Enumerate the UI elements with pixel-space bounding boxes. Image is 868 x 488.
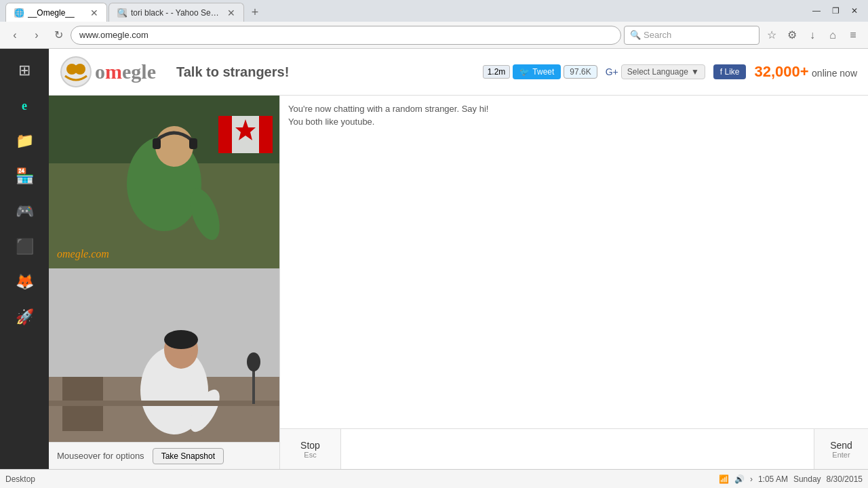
send-shortcut: Enter [832, 451, 850, 459]
tools-icon[interactable]: ⚙ [783, 26, 802, 45]
select-language-button[interactable]: Select Language ▼ [621, 64, 705, 79]
logo-text: omegle [95, 60, 156, 83]
menu-icon[interactable]: ≡ [844, 26, 863, 45]
svg-point-2 [75, 64, 85, 75]
self-figure [49, 268, 279, 442]
tab-title-yahoo: tori black - - Yahoo Searc... [131, 8, 223, 18]
status-day: Sunday [793, 474, 821, 484]
tab-favicon-omegle: 🌐 [14, 8, 24, 18]
stranger-figure [49, 96, 279, 268]
sidebar-icon-folder[interactable]: 📁 [8, 125, 41, 157]
tab-close-omegle[interactable]: ✕ [90, 7, 98, 18]
bookmark-icon[interactable]: ☆ [762, 26, 781, 45]
send-label: Send [830, 440, 852, 451]
svg-rect-10 [218, 116, 232, 153]
stop-button[interactable]: Stop Esc [280, 429, 341, 469]
svg-rect-11 [259, 116, 273, 153]
window-controls: — ❐ ✕ [808, 3, 863, 19]
take-snapshot-button[interactable]: Take Snapshot [153, 448, 224, 464]
chevron-icon: › [750, 474, 753, 484]
snapshot-bar: Mouseover for options Take Snapshot [49, 442, 279, 469]
nav-icons: ☆ ⚙ ↓ ⌂ ≡ [762, 26, 863, 45]
close-button[interactable]: ✕ [846, 3, 863, 19]
stranger-video-bg [49, 96, 279, 268]
wifi-icon: 📶 [719, 474, 729, 484]
tweet-button[interactable]: 🐦 Tweet [513, 64, 561, 79]
online-count: 32,000+ [754, 63, 808, 80]
refresh-button[interactable]: ↻ [49, 26, 68, 45]
chat-input[interactable] [341, 429, 814, 469]
search-icon: 🔍 [630, 30, 641, 40]
mouseover-hint: Mouseover for options [57, 451, 144, 461]
video-panel: omegle.com [49, 96, 279, 469]
sidebar-icon-windows[interactable]: ⊞ [8, 54, 41, 87]
stranger-video: omegle.com [49, 96, 279, 268]
header-right: 1.2m 🐦 Tweet 97.6K G+ Select Language ▼ [483, 63, 857, 81]
desktop-label: Desktop [5, 474, 35, 484]
follower-count: 1.2m [483, 65, 511, 79]
sidebar-icon-firefox[interactable]: 🦊 [8, 266, 41, 298]
sidebar: ⊞ e 📁 🏪 🎮 ⬛ 🦊 🚀 [0, 49, 49, 469]
self-video [49, 268, 279, 442]
stop-label: Stop [300, 440, 320, 451]
search-placeholder: Search [644, 30, 671, 40]
sidebar-icon-app2[interactable]: ⬛ [8, 230, 41, 263]
twitter-icon: 🐦 [519, 67, 530, 77]
svg-point-19 [164, 330, 198, 349]
status-date: 8/30/2015 [827, 474, 863, 484]
omegle-logo: omegle [60, 56, 156, 88]
browser-titlebar: 🌐 __Omegle__ ✕ 🔍 tori black - - Yahoo Se… [0, 0, 868, 22]
maximize-button[interactable]: ❐ [827, 3, 844, 19]
facebook-like-button[interactable]: f Like [713, 64, 747, 79]
status-time: 1:05 AM [758, 474, 788, 484]
address-bar[interactable]: www.omegle.com [71, 26, 621, 45]
download-icon[interactable]: ↓ [803, 26, 822, 45]
tweet-count: 97.6K [564, 65, 597, 79]
chat-area: omegle.com [49, 96, 868, 469]
chat-right: You're now chatting with a random strang… [279, 96, 868, 469]
chat-input-row: Stop Esc Send Enter [280, 428, 868, 469]
omegle-logo-icon [60, 56, 92, 88]
browser-navbar: ‹ › ↻ www.omegle.com 🔍 Search ☆ ⚙ ↓ ⌂ ≡ [0, 22, 868, 49]
sidebar-icon-edge[interactable]: e [8, 89, 41, 122]
send-button[interactable]: Send Enter [814, 429, 868, 469]
sidebar-icon-rocket[interactable]: 🚀 [8, 301, 41, 333]
tab-favicon-yahoo: 🔍 [117, 8, 127, 18]
online-count-container: 32,000+ online now [754, 63, 857, 81]
main-container: ⊞ e 📁 🏪 🎮 ⬛ 🦊 🚀 omegle Talk to stran [0, 49, 868, 469]
gg-icon: G+ [606, 66, 618, 77]
fb-icon: f [720, 67, 722, 77]
video-watermark: omegle.com [57, 248, 109, 260]
tab-omegle[interactable]: 🌐 __Omegle__ ✕ [5, 3, 107, 22]
search-bar[interactable]: 🔍 Search [624, 26, 760, 45]
omegle-header: omegle Talk to strangers! 1.2m 🐦 Tweet 9… [49, 49, 868, 96]
page-content: omegle Talk to strangers! 1.2m 🐦 Tweet 9… [49, 49, 868, 469]
svg-rect-8 [189, 138, 197, 149]
status-right: 📶 🔊 › 1:05 AM Sunday 8/30/2015 [719, 474, 863, 484]
tab-title-omegle: __Omegle__ [28, 8, 86, 18]
tagline: Talk to strangers! [176, 64, 289, 80]
svg-point-23 [247, 352, 260, 371]
tab-close-yahoo[interactable]: ✕ [227, 7, 235, 18]
chevron-down-icon: ▼ [691, 67, 699, 77]
status-bar: Desktop 📶 🔊 › 1:05 AM Sunday 8/30/2015 [0, 469, 868, 488]
svg-rect-7 [153, 138, 161, 149]
forward-button[interactable]: › [27, 26, 46, 45]
tab-yahoo[interactable]: 🔍 tori black - - Yahoo Searc... ✕ [108, 3, 244, 22]
back-button[interactable]: ‹ [5, 26, 24, 45]
chat-messages: You're now chatting with a random strang… [280, 96, 868, 428]
system-message-1: You're now chatting with a random strang… [288, 104, 860, 114]
system-message-2: You both like youtube. [288, 117, 860, 127]
home-icon[interactable]: ⌂ [823, 26, 842, 45]
sidebar-icon-app1[interactable]: 🎮 [8, 195, 41, 228]
online-label: online now [812, 68, 857, 79]
minimize-button[interactable]: — [808, 3, 825, 19]
sidebar-icon-store[interactable]: 🏪 [8, 160, 41, 192]
svg-rect-21 [49, 401, 279, 406]
select-language-label: Select Language [627, 67, 688, 77]
new-tab-button[interactable]: + [245, 3, 264, 22]
address-text: www.omegle.com [79, 30, 149, 40]
volume-icon: 🔊 [734, 474, 745, 484]
stop-shortcut: Esc [304, 451, 316, 459]
browser-tabs: 🌐 __Omegle__ ✕ 🔍 tori black - - Yahoo Se… [5, 0, 264, 22]
